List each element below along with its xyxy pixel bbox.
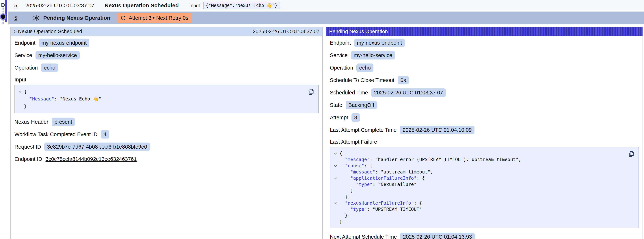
field-label: Endpoint [330,40,351,46]
field-value-badge: 2025-02-26 UTC 01:04:10.09 [400,126,474,134]
field-value-badge: 3 [352,113,360,122]
field-value-badge: echo [41,64,58,72]
field-label: Next Attempt Schedule Time [330,234,397,239]
field-value-badge: my-hello-service [36,51,80,60]
pending-fields: Endpointmy-nexus-endpointServicemy-hello… [330,38,639,134]
endpoint-id-link[interactable]: 3c0c75ccfa8144b092c13ce632463761 [46,156,137,162]
failure-code-block: { "message": "handler error (UPSTREAM_TI… [330,147,639,228]
field-label: Service [14,52,32,58]
field-value-badge: my-nexus-endpoint [39,38,90,47]
code-line: } [331,188,636,194]
timeline-event-marker-open[interactable] [1,3,5,7]
event-summary-row[interactable]: 5 2025-02-26 UTC 01:03:37.07 Nexus Opera… [8,0,644,11]
copy-button[interactable] [307,88,315,96]
field-label: Request ID [14,144,41,150]
event-timestamp: 2025-02-26 UTC 01:03:37.07 [25,2,94,8]
field-row-next-attempt-schedule-time: Next Attempt Schedule Time 2025-02-26 UT… [330,232,639,239]
code-line: "nexusHandlerFailureInfo": { [331,200,636,206]
pending-panel-header: Pending Nexus Operation [326,27,642,36]
pending-event-id-link[interactable]: 5 [14,15,17,21]
collapse-chevron-icon[interactable] [334,202,337,204]
event-input-label: Input [190,3,200,8]
event-fields-top: Endpointmy-nexus-endpointServicemy-hello… [14,38,319,72]
code-line: } [331,219,636,225]
event-fields-bottom: Nexus HeaderpresentWorkflow Task Complet… [14,118,319,151]
retry-icon [120,15,126,21]
field-value-badge: echo [356,64,374,72]
field-value-badge: 4 [101,130,109,138]
event-detail-panel: 5 Nexus Operation Scheduled 2025-02-26 U… [10,27,323,239]
field-value-badge: present [52,118,75,126]
code-line: "message": "upstream timeout", [331,169,636,175]
event-detail-header-title: 5 Nexus Operation Scheduled [14,28,82,34]
field-label: Workflow Task Completed Event ID [14,132,98,138]
field-value-badge: 0s [398,76,409,84]
collapse-chevron-icon[interactable] [334,164,337,167]
field-row-endpoint-id: Endpoint ID 3c0c75ccfa8144b092c13ce63246… [14,155,319,163]
code-line: "applicationFailureInfo": { [331,175,636,181]
event-detail-header: 5 Nexus Operation Scheduled 2025-02-26 U… [11,27,322,36]
field-row-endpoint: Endpointmy-nexus-endpoint [330,38,639,47]
field-row-scheduled-time: Scheduled Time2025-02-26 UTC 01:03:37.07 [330,88,639,97]
field-label: Operation [330,65,353,71]
code-line: } [16,103,316,110]
field-row-service: Servicemy-hello-service [330,51,639,60]
code-line: }, [331,194,636,200]
timeline-active-bar [5,0,7,22]
field-row-schedule-to-close-timeout: Schedule To Close Timeout0s [330,76,639,84]
field-value-badge: 2025-02-26 UTC 01:04:13.93 [400,232,475,239]
failure-section-label: Last Attempt Failure [330,138,639,146]
pending-operation-panel: Pending Nexus Operation Endpointmy-nexus… [326,27,643,239]
retry-badge-text: Attempt 3 • Next Retry 0s [129,15,188,21]
field-row-operation: Operationecho [14,64,319,72]
event-detail-header-timestamp: 2025-02-26 UTC 01:03:37.07 [253,28,320,34]
code-line: "type": "UPSTREAM_TIMEOUT" [331,206,636,212]
field-row-last-attempt-complete-time: Last Attempt Complete Time2025-02-26 UTC… [330,126,639,134]
field-row-workflow-task-completed-event-id: Workflow Task Completed Event ID4 [14,130,319,138]
pending-panel-header-title: Pending Nexus Operation [329,28,388,34]
input-section-label: Input [14,76,319,83]
field-row-attempt: Attempt3 [330,113,639,122]
collapse-chevron-icon[interactable] [18,90,22,93]
field-label: Schedule To Close Timeout [330,77,394,83]
field-row-state: StateBackingOff [330,101,639,109]
field-label: Last Attempt Complete Time [330,127,396,133]
collapse-chevron-icon[interactable] [334,176,337,180]
code-line: } [331,212,636,219]
event-title: Nexus Operation Scheduled [104,2,179,8]
field-label: Scheduled Time [330,90,368,96]
code-line: { [331,150,636,156]
field-value-badge: my-hello-service [351,51,395,60]
field-label: Endpoint ID [14,156,42,162]
field-label: Endpoint [14,40,36,46]
field-value-badge: 2025-02-26 UTC 01:03:37.07 [371,88,446,97]
field-row-service: Servicemy-hello-service [14,51,319,60]
asterisk-icon [32,14,40,22]
field-label: State [330,102,342,108]
field-value-badge: BackingOff [346,101,377,109]
pending-operation-title: Pending Nexus Operation [43,15,110,21]
input-code-block: { "Message": "Nexus Echo 👋"} [14,85,319,113]
pending-operation-row[interactable]: 5 Pending Nexus Operation Attempt 3 • Ne… [8,12,644,24]
field-value-badge: my-nexus-endpoint [354,38,405,47]
collapse-chevron-icon[interactable] [334,152,337,155]
code-line: "cause": { [331,163,636,169]
code-line: "type": "NexusFailure" [331,181,636,188]
field-row-endpoint: Endpointmy-nexus-endpoint [14,38,319,47]
field-label: Service [330,52,348,58]
field-value-badge: 3e829b7e-7d67-4b08-aad3-b1e868bfe9e0 [44,142,150,151]
code-line: { [16,88,316,95]
code-line: "Message": "Nexus Echo 👋" [16,95,316,103]
field-row-operation: Operationecho [330,64,639,72]
field-row-request-id: Request ID3e829b7e-7d67-4b08-aad3-b1e868… [14,142,319,151]
field-label: Operation [14,65,38,71]
retry-status-badge: Attempt 3 • Next Retry 0s [116,13,192,23]
event-id-link[interactable]: 5 [14,2,17,8]
field-label: Attempt [330,114,348,120]
field-label: Nexus Header [14,119,48,125]
copy-button[interactable] [628,150,635,158]
event-input-preview-chip[interactable]: {"Message":"Nexus Echo 👋"} [203,2,280,9]
code-line: "message": "handler error (UPSTREAM_TIME… [331,156,636,163]
field-row-nexus-header: Nexus Headerpresent [14,118,319,126]
timeline-event-marker-current[interactable] [1,14,5,19]
